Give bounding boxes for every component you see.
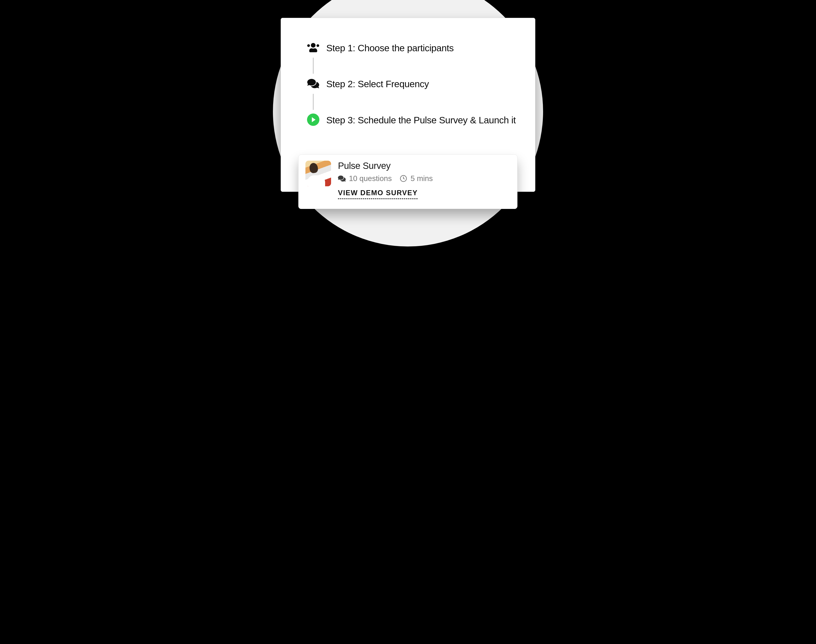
survey-duration: 5 mins (400, 174, 433, 183)
step-2-label: Step 2: Select Frequency (326, 77, 429, 90)
survey-questions: 10 questions (338, 174, 392, 183)
step-connector (313, 58, 313, 74)
step-1-label: Step 1: Choose the participants (326, 41, 454, 54)
clock-icon (400, 175, 407, 182)
survey-title: Pulse Survey (338, 161, 510, 171)
users-icon (307, 41, 320, 54)
step-3-label: Step 3: Schedule the Pulse Survey & Laun… (326, 113, 516, 127)
step-3: Step 3: Schedule the Pulse Survey & Laun… (307, 113, 521, 127)
questions-icon (338, 175, 346, 182)
survey-body: Pulse Survey 10 questions (338, 161, 510, 203)
survey-card: Pulse Survey 10 questions (298, 155, 518, 209)
step-1: Step 1: Choose the participants (307, 41, 521, 54)
survey-thumbnail (306, 161, 331, 186)
step-2: Step 2: Select Frequency (307, 77, 521, 90)
play-icon (307, 113, 320, 126)
survey-duration-label: 5 mins (410, 174, 433, 183)
view-demo-link[interactable]: VIEW DEMO SURVEY (338, 189, 418, 199)
step-connector (313, 94, 313, 110)
survey-meta: 10 questions 5 mins (338, 174, 510, 183)
survey-questions-label: 10 questions (349, 174, 392, 183)
chat-icon (307, 77, 320, 90)
stage: Step 1: Choose the participants Step 2: … (267, 0, 549, 223)
steps-list: Step 1: Choose the participants Step 2: … (307, 41, 521, 127)
